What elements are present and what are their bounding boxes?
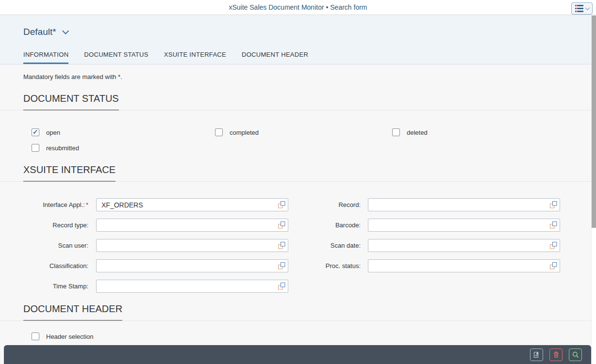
save-template-button[interactable] — [530, 348, 543, 361]
checkbox-open-label: open — [46, 129, 60, 136]
chevron-down-icon — [62, 28, 69, 34]
required-asterisk: * — [86, 201, 88, 208]
field-record-type: Record type: — [23, 219, 298, 232]
delete-button[interactable] — [549, 348, 563, 361]
value-help-icon[interactable] — [278, 201, 286, 209]
field-scan-date: Scan date: — [298, 239, 560, 252]
tab-information[interactable]: INFORMATION — [23, 48, 68, 64]
field-classification: Classification: — [23, 259, 298, 272]
barcode-label: Barcode: — [298, 222, 361, 229]
checkbox-header-selection[interactable]: Header selection — [32, 332, 596, 340]
record-type-input[interactable] — [96, 219, 288, 232]
section-document-status-head: DOCUMENT STATUS — [0, 93, 596, 111]
filter-bar: Default* INFORMATION DOCUMENT STATUS XSU… — [0, 15, 596, 64]
search-form-content: Mandatory fields are marked with *. DOCU… — [0, 64, 596, 340]
search-icon — [572, 351, 579, 359]
proc-status-label: Proc. status: — [298, 262, 361, 269]
time-stamp-label: Time Stamp: — [23, 283, 88, 290]
field-barcode: Barcode: — [298, 219, 560, 232]
scrollbar-thumb[interactable] — [592, 16, 596, 228]
section-title-document-status: DOCUMENT STATUS — [23, 93, 119, 111]
field-interface-appl: Interface Appl.:* — [23, 198, 298, 211]
scan-user-label: Scan user: — [23, 242, 88, 249]
checkbox-resubmitted-box[interactable] — [32, 144, 39, 152]
tab-document-status[interactable]: DOCUMENT STATUS — [84, 48, 148, 64]
value-help-icon[interactable] — [278, 241, 286, 250]
tab-document-header[interactable]: DOCUMENT HEADER — [242, 48, 308, 64]
document-star-icon — [533, 351, 541, 359]
checkbox-open-box[interactable] — [32, 128, 39, 136]
trash-icon — [552, 351, 560, 359]
hamburger-menu-icon — [575, 5, 583, 12]
field-record: Record: — [298, 198, 560, 211]
checkbox-completed-box[interactable] — [215, 128, 223, 136]
value-help-icon[interactable] — [278, 262, 286, 270]
value-help-icon[interactable] — [549, 221, 558, 229]
record-input[interactable] — [368, 198, 560, 211]
mandatory-fields-note: Mandatory fields are marked with *. — [23, 73, 596, 80]
checkbox-completed-label: completed — [230, 129, 259, 136]
section-xsuite-interface-head: XSUITE INTERFACE — [0, 164, 596, 182]
checkbox-header-selection-box[interactable] — [32, 332, 39, 340]
search-button[interactable] — [569, 348, 582, 361]
top-bar: xSuite Sales Document Monitor • Search f… — [0, 0, 596, 15]
value-help-icon[interactable] — [549, 201, 558, 209]
interface-appl-input[interactable] — [96, 198, 288, 211]
vertical-scrollbar[interactable] — [591, 15, 596, 364]
field-proc-status: Proc. status: — [298, 259, 560, 272]
checkbox-deleted-label: deleted — [407, 129, 428, 136]
field-time-stamp: Time Stamp: — [23, 280, 298, 293]
header-menu-button[interactable] — [571, 2, 593, 15]
page-title: xSuite Sales Document Monitor • Search f… — [229, 3, 367, 11]
document-header-checkbox-group: Header selection — [0, 332, 596, 340]
checkbox-open[interactable]: open — [32, 128, 215, 136]
tab-xsuite-interface[interactable]: XSUITE INTERFACE — [164, 48, 226, 64]
classification-input[interactable] — [96, 259, 288, 272]
time-stamp-input[interactable] — [96, 280, 288, 293]
checkbox-completed[interactable]: completed — [215, 128, 392, 136]
classification-label: Classification: — [23, 262, 88, 269]
document-status-checkbox-group: open completed deleted resubmitted — [0, 128, 596, 152]
chevron-down-icon — [585, 5, 590, 10]
value-help-icon[interactable] — [278, 282, 286, 290]
variant-selector[interactable]: Default* — [0, 15, 596, 37]
record-type-label: Record type: — [23, 222, 88, 229]
proc-status-input[interactable] — [368, 259, 560, 272]
scan-date-input[interactable] — [368, 239, 560, 252]
section-document-header-head: DOCUMENT HEADER — [0, 303, 596, 321]
value-help-icon[interactable] — [549, 262, 558, 270]
field-scan-user: Scan user: — [23, 239, 298, 252]
value-help-icon[interactable] — [278, 221, 286, 229]
checkbox-resubmitted[interactable]: resubmitted — [32, 144, 215, 152]
field-empty-spacer — [298, 280, 560, 293]
barcode-input[interactable] — [368, 219, 560, 232]
footer-toolbar — [4, 345, 591, 364]
tab-strip: INFORMATION DOCUMENT STATUS XSUITE INTER… — [0, 48, 596, 64]
value-help-icon[interactable] — [549, 241, 558, 250]
section-title-xsuite-interface: XSUITE INTERFACE — [23, 164, 116, 182]
scan-date-label: Scan date: — [298, 242, 361, 249]
record-label: Record: — [298, 201, 361, 208]
variant-name: Default* — [23, 27, 56, 37]
section-title-document-header: DOCUMENT HEADER — [23, 303, 122, 321]
checkbox-deleted[interactable]: deleted — [392, 128, 596, 136]
checkbox-deleted-box[interactable] — [392, 128, 400, 136]
checkbox-header-selection-label: Header selection — [46, 333, 94, 340]
interface-appl-label: Interface Appl.:* — [23, 201, 88, 208]
xsuite-interface-form: Interface Appl.:* Record: Record type: B… — [0, 198, 596, 293]
scan-user-input[interactable] — [96, 239, 288, 252]
checkbox-resubmitted-label: resubmitted — [46, 144, 79, 152]
